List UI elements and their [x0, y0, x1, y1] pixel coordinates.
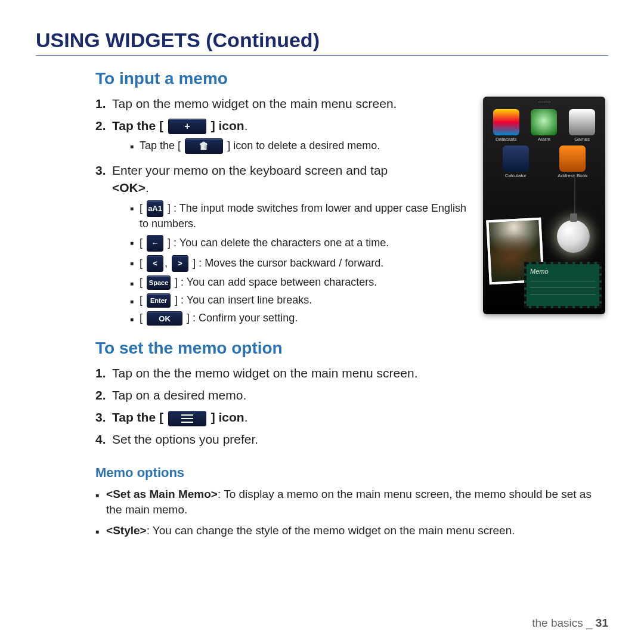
step-3: 3. Tap the [ ] icon. — [95, 409, 608, 426]
substep-backspace: ■[ ← ] : You can delete the characters o… — [130, 235, 471, 252]
section-heading-set-memo-option: To set the memo option — [36, 339, 608, 358]
app-datacasts: Datacasts — [490, 109, 522, 142]
bullet-icon: ■ — [130, 259, 134, 268]
aa1-icon: aA1 — [147, 200, 163, 217]
step-2: 2. Tap the [ + ] icon. ■ Tap the [ 🗑 — [95, 117, 471, 157]
step-4: 4.Set the options you prefer. — [95, 431, 608, 448]
option-style: ■<Style>: You can change the style of th… — [95, 523, 608, 538]
app-alarm: Alarm — [528, 109, 560, 142]
substep-delete-memo: ■ Tap the [ 🗑 ] icon to delete a desired… — [130, 138, 471, 154]
page-title: USING WIDGETS (Continued) — [36, 29, 608, 56]
trash-icon: 🗑 — [185, 138, 223, 154]
substep-enter: ■[ Enter ] : You can insert line breaks. — [130, 293, 471, 308]
backspace-icon: ← — [147, 235, 163, 252]
bullet-icon: ■ — [95, 491, 99, 518]
step-2: 2.Tap on a desired memo. — [95, 387, 608, 404]
app-games: Games — [566, 109, 598, 142]
bullet-icon: ■ — [130, 315, 134, 324]
bullet-icon: ■ — [130, 205, 134, 213]
ok-icon: OK — [147, 311, 182, 326]
step-number: 1. — [95, 95, 112, 113]
app-addressbook: Address Book — [556, 145, 589, 178]
step-text: Tap the [ + ] icon. ■ Tap the [ 🗑 ] icon… — [112, 117, 471, 157]
substep-input-mode: ■[ aA1 ] : The input mode switches from … — [130, 200, 471, 231]
app-grid: Datacasts Alarm Games Calculator Address… — [487, 104, 602, 178]
substep-ok: ■[ OK ] : Confirm your setting. — [130, 311, 471, 326]
app-calculator: Calculator — [500, 145, 532, 178]
subsection-heading-memo-options: Memo options — [36, 465, 608, 481]
speaker-icon — [487, 100, 602, 104]
step-1: 1.Tap on the the memo widget on the main… — [95, 365, 608, 382]
step-text: Enter your memo on the keyboard screen a… — [112, 162, 471, 329]
step-1: 1. Tap on the memo widget on the main me… — [95, 95, 471, 113]
enter-icon: Enter — [147, 293, 171, 308]
bullet-icon: ■ — [130, 298, 134, 306]
lightbulb-icon — [557, 220, 590, 253]
bullet-icon: ■ — [130, 143, 134, 151]
memo-options-list: ■<Set as Main Memo>: To display a memo o… — [36, 487, 608, 543]
option-set-as-main-memo: ■<Set as Main Memo>: To display a memo o… — [95, 487, 608, 518]
plus-icon: + — [168, 119, 206, 134]
memo-widget: Memo — [524, 262, 602, 308]
step-3: 3. Enter your memo on the keyboard scree… — [95, 162, 471, 329]
substep-cursor: ■[ <, > ] : Moves the cursor backward / … — [130, 255, 471, 272]
step-text: Tap on the memo widget on the main menu … — [112, 95, 471, 113]
page-footer: the basics _ 31 — [36, 602, 608, 630]
bullet-icon: ■ — [95, 528, 99, 538]
right-icon: > — [172, 255, 188, 272]
menu-icon — [168, 411, 206, 426]
space-icon: Space — [147, 275, 171, 290]
steps-set-memo-option: 1.Tap on the the memo widget on the main… — [36, 365, 608, 453]
step-number: 3. — [95, 162, 112, 329]
bullet-icon: ■ — [130, 280, 134, 288]
section-heading-input-memo: To input a memo — [36, 69, 608, 88]
phone-mockup: Datacasts Alarm Games Calculator Address… — [483, 97, 605, 314]
left-icon: < — [147, 255, 163, 272]
substep-space: ■[ Space ] : You can add space between c… — [130, 275, 471, 290]
steps-input-memo: 1. Tap on the memo widget on the main me… — [36, 95, 471, 329]
bullet-icon: ■ — [130, 239, 134, 247]
step-number: 2. — [95, 117, 112, 157]
